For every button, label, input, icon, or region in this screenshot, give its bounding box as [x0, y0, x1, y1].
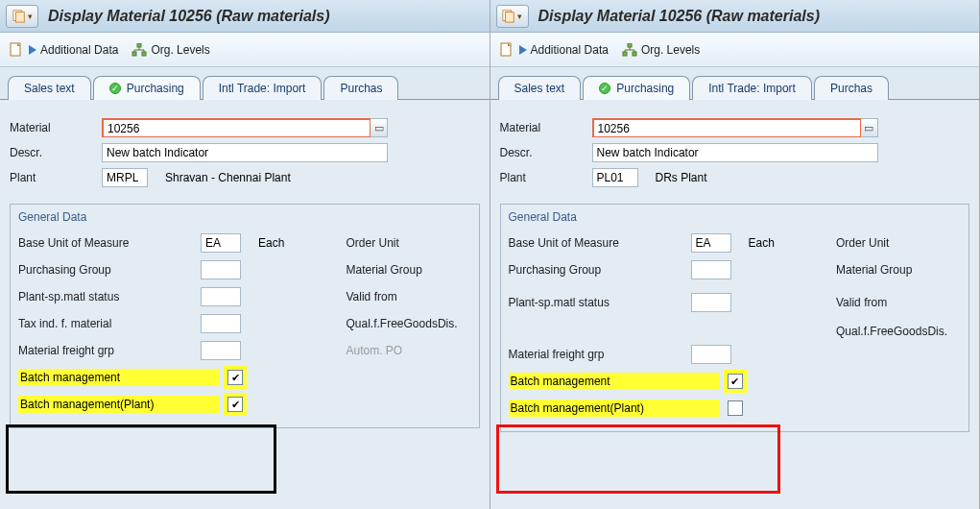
svg-rect-5 [142, 52, 146, 56]
tab-purchase[interactable]: Purchas [814, 76, 889, 100]
tabstrip: Sales text ✓ Purchasing Intl Trade: Impo… [490, 67, 980, 99]
toolbar: Additional Data Org. Levels [490, 33, 980, 67]
general-data-group: General Data Base Unit of Measure EA Eac… [500, 204, 970, 432]
menu-button[interactable]: ▾ [496, 5, 529, 28]
document-icon [498, 41, 515, 59]
label-qual-free-goods: Qual.f.FreeGoodsDis. [836, 325, 961, 338]
batch-mgmt-plant-checkbox[interactable] [227, 397, 243, 412]
label-tax-ind: Tax ind. f. material [18, 317, 201, 330]
tab-intl-trade-import[interactable]: Intl Trade: Import [692, 76, 812, 100]
titlebar: ▾ Display Material 10256 (Raw materials) [490, 0, 980, 33]
form-area: Material ▭ Descr. Plant DRs Plant Genera… [490, 99, 980, 509]
material-freight-grp-input[interactable] [201, 341, 241, 360]
plant-name-text: Shravan - Chennai Plant [165, 171, 291, 184]
org-levels-label: Org. Levels [641, 43, 700, 57]
plant-code-input[interactable] [592, 168, 638, 187]
label-material-group: Material Group [836, 263, 961, 277]
tab-purchase[interactable]: Purchas [323, 76, 398, 100]
svg-rect-4 [132, 52, 136, 56]
material-input[interactable] [102, 118, 370, 137]
additional-data-button[interactable]: Additional Data [498, 41, 609, 59]
group-title: General Data [509, 210, 962, 224]
base-uom-text: Each [749, 236, 775, 250]
label-valid-from: Valid from [347, 290, 471, 303]
label-qual-free-goods: Qual.f.FreeGoodsDis. [347, 317, 471, 330]
svg-rect-7 [506, 12, 514, 22]
plant-name-text: DRs Plant [656, 171, 707, 184]
svg-rect-1 [15, 12, 24, 22]
svg-rect-11 [633, 52, 636, 56]
tab-sales-text[interactable]: Sales text [498, 76, 582, 100]
label-plant: Plant [500, 171, 592, 184]
label-plant-sp-matl-status: Plant-sp.matl status [18, 290, 201, 303]
right-pane: ▾ Display Material 10256 (Raw materials)… [490, 0, 981, 509]
purchasing-group-input[interactable] [691, 260, 731, 279]
batch-mgmt-checkbox[interactable] [227, 370, 243, 385]
general-data-group: General Data Base Unit of Measure EA Eac… [10, 204, 480, 428]
label-descr: Descr. [10, 146, 102, 159]
material-icon [12, 10, 26, 23]
tab-sales-text[interactable]: Sales text [8, 76, 91, 100]
label-descr: Descr. [500, 146, 592, 159]
dropdown-icon: ▾ [28, 12, 33, 21]
label-batch-mgmt-plant: Batch management(Plant) [509, 400, 720, 417]
label-material-freight-grp: Material freight grp [509, 348, 691, 361]
org-levels-button[interactable]: Org. Levels [622, 43, 700, 57]
org-levels-label: Org. Levels [151, 43, 209, 57]
additional-data-label: Additional Data [40, 43, 118, 57]
plant-sp-matl-status-input[interactable] [201, 287, 241, 306]
additional-data-label: Additional Data [531, 43, 609, 57]
material-freight-grp-input[interactable] [691, 345, 731, 364]
titlebar: ▾ Display Material 10256 (Raw materials) [0, 0, 490, 33]
check-icon: ✓ [599, 83, 610, 94]
batch-mgmt-checkbox[interactable] [728, 374, 743, 389]
material-input[interactable] [592, 118, 861, 137]
descr-input[interactable] [102, 143, 388, 162]
tab-purchasing[interactable]: ✓ Purchasing [583, 76, 690, 100]
label-plant: Plant [10, 171, 102, 184]
base-uom-text: Each [258, 236, 284, 250]
org-levels-button[interactable]: Org. Levels [131, 43, 209, 57]
dropdown-icon: ▾ [517, 12, 522, 21]
search-help-icon[interactable]: ▭ [861, 118, 878, 137]
label-material: Material [500, 121, 592, 134]
label-purchasing-group: Purchasing Group [509, 263, 691, 277]
material-icon [502, 10, 515, 23]
additional-data-button[interactable]: Additional Data [8, 41, 118, 59]
label-material: Material [10, 121, 102, 134]
check-icon: ✓ [109, 83, 121, 94]
base-uom-input[interactable]: EA [691, 233, 731, 253]
menu-button[interactable]: ▾ [6, 5, 38, 28]
label-purchasing-group: Purchasing Group [18, 263, 201, 277]
label-autom-po: Autom. PO [347, 344, 471, 357]
tab-intl-trade-import[interactable]: Intl Trade: Import [203, 76, 323, 100]
plant-code-input[interactable] [102, 168, 148, 187]
form-area: Material ▭ Descr. Plant Shravan - Chenna… [0, 99, 490, 509]
arrow-right-icon [29, 45, 36, 55]
label-material-group: Material Group [347, 263, 471, 277]
tax-ind-input[interactable] [201, 314, 241, 333]
batch-mgmt-plant-checkbox[interactable] [728, 400, 743, 416]
org-levels-icon [622, 43, 637, 57]
label-batch-mgmt: Batch management [18, 369, 220, 386]
descr-input[interactable] [592, 143, 878, 162]
plant-sp-matl-status-input[interactable] [691, 293, 731, 312]
group-title: General Data [18, 210, 471, 224]
base-uom-input[interactable]: EA [201, 233, 241, 253]
purchasing-group-input[interactable] [201, 260, 241, 279]
page-title: Display Material 10256 (Raw materials) [538, 8, 820, 25]
org-levels-icon [131, 43, 147, 57]
tab-purchasing[interactable]: ✓ Purchasing [93, 76, 201, 100]
label-valid-from: Valid from [836, 296, 961, 309]
svg-rect-9 [628, 43, 632, 47]
page-title: Display Material 10256 (Raw materials) [48, 8, 329, 25]
label-plant-sp-matl-status: Plant-sp.matl status [509, 296, 691, 309]
arrow-right-icon [519, 45, 527, 55]
label-base-uom: Base Unit of Measure [509, 236, 691, 250]
label-base-uom: Base Unit of Measure [18, 236, 201, 250]
label-order-unit: Order Unit [836, 236, 961, 250]
search-help-icon[interactable]: ▭ [370, 118, 388, 137]
svg-rect-10 [623, 52, 627, 56]
label-order-unit: Order Unit [347, 236, 471, 250]
left-pane: ▾ Display Material 10256 (Raw materials)… [0, 0, 490, 509]
